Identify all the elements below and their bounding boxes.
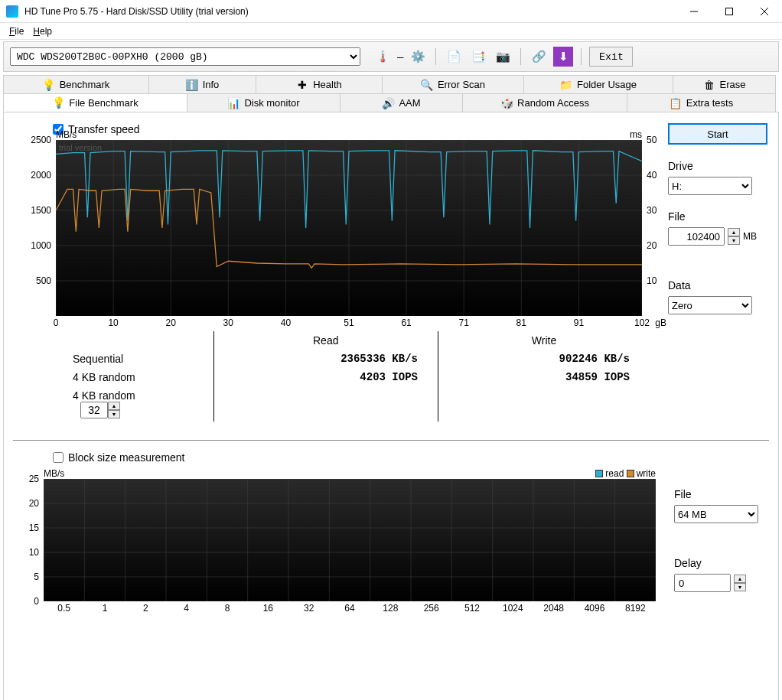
file-down-button[interactable]: ▼ bbox=[728, 236, 740, 245]
tab-extra-tests[interactable]: 📋Extra tests bbox=[627, 93, 776, 112]
side-panel: Start Drive H: File ▲▼ MB Data Zero bbox=[650, 123, 769, 422]
error-scan-icon: 🔍 bbox=[421, 79, 433, 91]
random-qd-label: 4 KB random bbox=[73, 389, 135, 402]
screenshot-icon[interactable]: 📷 bbox=[493, 47, 513, 67]
benchmark-icon: 💡 bbox=[43, 79, 55, 91]
tab-folder-usage[interactable]: 📁Folder Usage bbox=[523, 75, 673, 93]
app-icon bbox=[6, 5, 18, 18]
file-up-button[interactable]: ▲ bbox=[728, 228, 740, 236]
transfer-speed-chart: trial version 5001000150020002500 102030… bbox=[56, 140, 642, 316]
folder-usage-icon: 📁 bbox=[560, 79, 572, 91]
start-button[interactable]: Start bbox=[668, 123, 767, 145]
delay-up-button[interactable]: ▲ bbox=[734, 575, 746, 583]
settings-icon[interactable]: ⚙️ bbox=[408, 47, 428, 67]
chart1-x-label: gB bbox=[655, 317, 666, 328]
close-button[interactable] bbox=[747, 0, 782, 23]
delay-down-button[interactable]: ▼ bbox=[734, 583, 746, 591]
tab-error-scan[interactable]: 🔍Error Scan bbox=[382, 75, 523, 93]
drive-label: Drive bbox=[668, 160, 769, 172]
temperature-icon[interactable]: 🌡️ bbox=[373, 47, 393, 67]
tab-benchmark[interactable]: 💡Benchmark bbox=[3, 75, 148, 93]
window-title: HD Tune Pro 5.75 - Hard Disk/SSD Utility… bbox=[24, 6, 676, 17]
tab-aam[interactable]: 🔊AAM bbox=[340, 93, 462, 112]
block-size-checkbox[interactable] bbox=[53, 452, 64, 463]
tab-container: 💡Benchmarkℹ️Info✚Health🔍Error Scan📁Folde… bbox=[3, 75, 779, 700]
info-icon: ℹ️ bbox=[186, 79, 198, 91]
device-select[interactable]: WDC WDS200T2B0C-00PXH0 (2000 gB) bbox=[10, 47, 360, 66]
queue-depth-input[interactable] bbox=[80, 402, 108, 418]
maximize-button[interactable] bbox=[712, 0, 747, 23]
tab-content-file-benchmark: Transfer speed MB/s ms trial version 500… bbox=[3, 112, 779, 700]
health-icon: ✚ bbox=[296, 79, 308, 91]
tab-health[interactable]: ✚Health bbox=[256, 75, 382, 93]
chart1-y2-label: ms bbox=[630, 129, 642, 140]
link-icon[interactable]: 🔗 bbox=[529, 47, 549, 67]
tab-erase[interactable]: 🗑Erase bbox=[673, 75, 776, 93]
copy-text-icon[interactable]: 📄 bbox=[444, 47, 464, 67]
block-file-label: File bbox=[674, 488, 769, 500]
chart2-y-label: MB/s bbox=[44, 468, 64, 479]
menu-help[interactable]: Help bbox=[28, 24, 57, 38]
title-bar: HD Tune Pro 5.75 - Hard Disk/SSD Utility… bbox=[0, 0, 782, 23]
extra-tests-icon: 📋 bbox=[670, 97, 682, 109]
svg-rect-1 bbox=[726, 8, 733, 15]
drive-select[interactable]: H: bbox=[668, 177, 752, 195]
erase-icon: 🗑 bbox=[703, 79, 715, 91]
qd-up-button[interactable]: ▲ bbox=[108, 402, 120, 410]
minimize-button[interactable] bbox=[676, 0, 712, 23]
read-header: Read bbox=[213, 331, 438, 350]
tab-random-access[interactable]: 🎲Random Access bbox=[462, 93, 627, 112]
data-select[interactable]: Zero bbox=[668, 296, 752, 314]
file-size-input[interactable] bbox=[668, 227, 725, 246]
file-benchmark-icon: 💡 bbox=[52, 96, 64, 109]
delay-label: Delay bbox=[674, 557, 769, 569]
results-table: Read Write Sequential2365336 KB/s902246 … bbox=[53, 331, 650, 422]
save-icon[interactable]: ⬇ bbox=[553, 47, 573, 67]
block-size-label: Block size measurement bbox=[68, 451, 185, 464]
temp-dash: — bbox=[397, 50, 403, 63]
tab-info[interactable]: ℹ️Info bbox=[148, 75, 256, 93]
disk-monitor-icon: 📊 bbox=[227, 97, 239, 109]
random-access-icon: 🎲 bbox=[500, 97, 513, 109]
aam-icon: 🔊 bbox=[382, 97, 394, 109]
exit-button[interactable]: Exit bbox=[589, 47, 633, 67]
file-unit: MB bbox=[743, 231, 757, 242]
file-label: File bbox=[668, 210, 769, 223]
block-file-select[interactable]: 64 MB bbox=[674, 505, 758, 523]
delay-input[interactable] bbox=[674, 574, 731, 592]
transfer-speed-label: Transfer speed bbox=[68, 123, 140, 135]
menu-bar: File Help bbox=[0, 23, 782, 40]
tab-disk-monitor[interactable]: 📊Disk monitor bbox=[187, 93, 340, 112]
chart2-legend: read write bbox=[595, 468, 656, 480]
tab-file-benchmark[interactable]: 💡File Benchmark bbox=[3, 93, 187, 112]
chart1-y-label: MB/s bbox=[56, 129, 77, 140]
qd-down-button[interactable]: ▼ bbox=[108, 410, 120, 418]
data-label: Data bbox=[668, 279, 769, 291]
write-header: Write bbox=[438, 331, 650, 350]
toolbar: WDC WDS200T2B0C-00PXH0 (2000 gB) 🌡️ — ⚙️… bbox=[3, 41, 779, 72]
menu-file[interactable]: File bbox=[5, 24, 28, 38]
copy-icon[interactable]: 📑 bbox=[468, 47, 488, 67]
block-size-chart: 0510152025 bbox=[44, 479, 656, 601]
